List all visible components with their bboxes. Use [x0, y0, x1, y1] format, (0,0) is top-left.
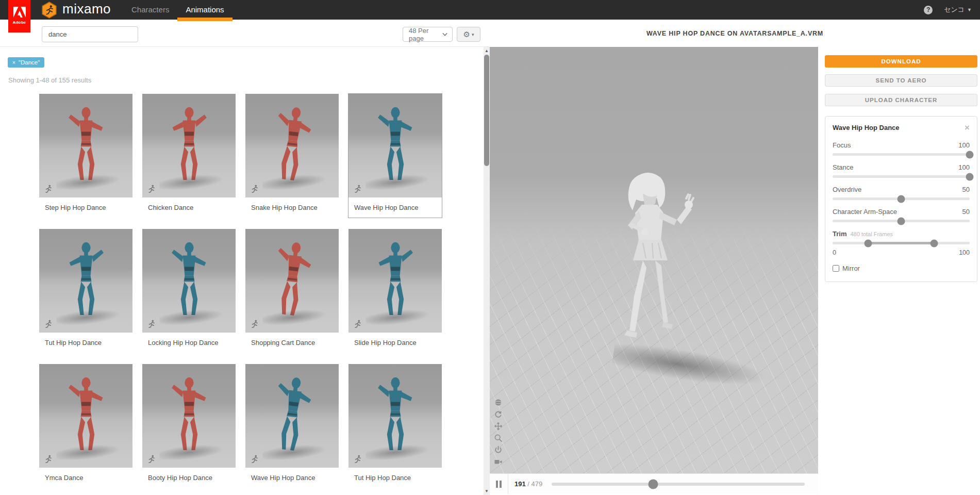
- animation-thumbnail: [142, 94, 236, 197]
- results-panel: × "Dance" Showing 1-48 of 155 results St…: [0, 47, 490, 495]
- animation-name: Tut Hip Hop Dance: [348, 468, 442, 488]
- animation-thumbnail: [39, 94, 132, 197]
- pause-icon[interactable]: [490, 474, 508, 494]
- dancer-figure-icon: [371, 375, 420, 454]
- mirror-checkbox[interactable]: [833, 265, 839, 272]
- timeline-handle[interactable]: [648, 479, 658, 489]
- slider-label: Stance: [833, 163, 853, 171]
- dancer-figure-icon: [263, 238, 321, 322]
- 3d-viewport[interactable]: [490, 47, 818, 473]
- animation-thumbnail: [39, 364, 132, 468]
- filter-chip-dance[interactable]: × "Dance": [8, 57, 44, 68]
- scrollbar-thumb[interactable]: [484, 55, 489, 166]
- slider-handle[interactable]: [898, 195, 905, 203]
- dancer-figure-icon: [164, 240, 213, 319]
- preview-area: 191 / 479 DOWNLOAD SEND TO AERO UPLOAD C…: [490, 47, 980, 495]
- animation-name: Wave Hip Hop Dance: [348, 197, 442, 218]
- dancer-figure-icon: [263, 103, 321, 187]
- per-page-select[interactable]: 48 Per page: [403, 27, 453, 42]
- animation-name: Step Hip Hop Dance: [39, 197, 132, 218]
- help-icon[interactable]: ?: [924, 6, 933, 14]
- motion-runner-icon: [353, 184, 362, 194]
- upload-character-button[interactable]: UPLOAD CHARACTER: [825, 94, 977, 106]
- arm-space-slider[interactable]: [833, 220, 970, 222]
- animation-thumbnail: [348, 94, 442, 197]
- adobe-logo[interactable]: Adobe: [8, 0, 30, 32]
- search-box: [42, 26, 138, 42]
- settings-dropdown-button[interactable]: ⚙ ▾: [457, 27, 480, 42]
- animation-thumbnail: [142, 229, 236, 333]
- motion-runner-icon: [146, 319, 156, 329]
- reset-view-icon[interactable]: [494, 446, 503, 454]
- chevron-down-icon: ▼: [967, 7, 972, 12]
- animation-card[interactable]: Tut Hip Hop Dance: [39, 229, 132, 353]
- animation-card[interactable]: Booty Hip Hop Dance: [142, 364, 236, 488]
- main-nav-tabs: Characters Animations: [123, 0, 232, 20]
- top-navbar: Adobe mixamo Characters Animations ? センコ…: [0, 0, 980, 20]
- preview-title: WAVE HIP HOP DANCE ON AVATARSAMPLE_A.VRM: [646, 30, 823, 37]
- animation-name: Locking Hip Hop Dance: [142, 333, 236, 353]
- tab-animations[interactable]: Animations: [177, 0, 232, 20]
- slider-value: 50: [962, 186, 970, 193]
- close-icon[interactable]: ×: [965, 123, 970, 132]
- animation-settings-panel: Wave Hip Hop Dance × Focus 100 Stance 10…: [825, 116, 977, 282]
- close-icon[interactable]: ×: [12, 60, 15, 65]
- slider-handle[interactable]: [898, 217, 905, 225]
- animation-card[interactable]: Locking Hip Hop Dance: [142, 229, 236, 353]
- playback-bar: 191 / 479: [490, 473, 818, 494]
- download-button[interactable]: DOWNLOAD: [825, 55, 977, 68]
- slider-row-arm-space: Character Arm-Space 50: [833, 208, 970, 222]
- trim-start-handle[interactable]: [865, 239, 872, 247]
- timeline-slider[interactable]: [552, 483, 805, 486]
- orbit-icon[interactable]: [494, 398, 503, 407]
- animation-card[interactable]: Snake Hip Hop Dance: [245, 94, 339, 218]
- motion-runner-icon: [250, 319, 259, 329]
- overdrive-slider[interactable]: [833, 197, 970, 200]
- results-scrollbar[interactable]: ▲ ▼: [484, 47, 490, 495]
- dancer-figure-icon: [164, 105, 213, 184]
- stance-slider[interactable]: [833, 175, 970, 178]
- trim-slider[interactable]: [833, 242, 970, 244]
- dancer-figure-icon: [263, 373, 321, 457]
- user-menu[interactable]: センコ ▼: [944, 5, 972, 14]
- trim-end-handle[interactable]: [930, 239, 938, 247]
- tab-characters[interactable]: Characters: [123, 0, 177, 20]
- animation-thumbnail: [39, 229, 132, 333]
- zoom-icon[interactable]: [494, 434, 503, 442]
- animation-card[interactable]: Shopping Cart Dance: [245, 229, 339, 353]
- mixamo-logo[interactable]: mixamo: [41, 2, 111, 19]
- search-input[interactable]: [42, 30, 143, 38]
- animation-card[interactable]: Slide Hip Hop Dance: [348, 229, 442, 353]
- scroll-up-icon[interactable]: ▲: [484, 47, 490, 54]
- pan-icon[interactable]: [494, 422, 503, 431]
- animation-card[interactable]: Ymca Dance: [39, 364, 132, 488]
- animation-card-selected[interactable]: Wave Hip Hop Dance: [348, 94, 442, 218]
- camera-icon[interactable]: [494, 457, 503, 466]
- slider-handle[interactable]: [966, 173, 974, 180]
- gear-icon: ⚙: [463, 30, 470, 39]
- animation-card[interactable]: Step Hip Hop Dance: [39, 94, 132, 218]
- navbar-right: ? センコ ▼: [924, 5, 980, 14]
- dancer-figure-icon: [61, 105, 110, 184]
- send-to-aero-button[interactable]: SEND TO AERO: [825, 74, 977, 87]
- main-content: × "Dance" Showing 1-48 of 155 results St…: [0, 47, 980, 495]
- animation-card[interactable]: Chicken Dance: [142, 94, 236, 218]
- focus-slider[interactable]: [833, 153, 970, 156]
- animation-card[interactable]: Wave Hip Hop Dance: [245, 364, 339, 488]
- animation-card[interactable]: Tut Hip Hop Dance: [348, 364, 442, 488]
- dancer-figure-icon: [61, 240, 110, 319]
- slider-label: Focus: [833, 141, 851, 149]
- adobe-a-icon: [13, 7, 26, 18]
- current-frame: 191: [514, 480, 526, 488]
- slider-handle[interactable]: [966, 151, 974, 158]
- settings-title: Wave Hip Hop Dance: [833, 124, 900, 131]
- animation-thumbnail: [245, 364, 339, 468]
- avatar-character: [577, 161, 717, 368]
- animation-name: Tut Hip Hop Dance: [39, 333, 132, 353]
- trim-row: Trim 480 total Frames 0 100: [833, 230, 970, 256]
- scroll-down-icon[interactable]: ▼: [484, 488, 490, 494]
- animation-thumbnail: [142, 364, 236, 468]
- rotate-icon[interactable]: [494, 410, 503, 419]
- slider-label: Character Arm-Space: [833, 208, 897, 216]
- animation-name: Booty Hip Hop Dance: [142, 468, 236, 488]
